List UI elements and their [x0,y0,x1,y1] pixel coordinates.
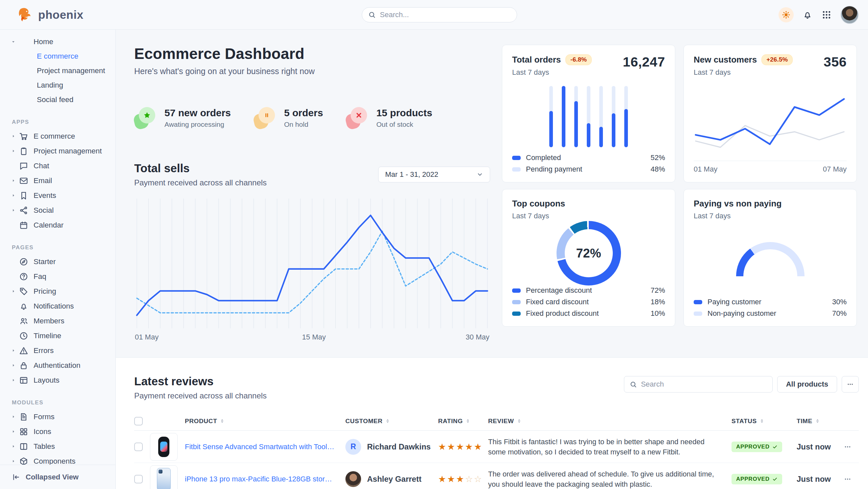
top-coupons-donut-chart: 72% [557,221,621,286]
sidebar-item-authentication[interactable]: Authentication [0,358,116,373]
search-icon [368,11,376,19]
x-tick-label: 07 May [823,165,847,174]
chevron-right-icon [11,459,19,463]
chevron-right-icon [11,193,19,198]
sidebar-subitem-landing[interactable]: Landing [0,78,116,92]
column-header-product[interactable]: PRODUCT [185,418,345,425]
sidebar-item-starter[interactable]: Starter [0,254,116,269]
chevron-right-icon [11,444,19,449]
sidebar-item-calendar[interactable]: Calendar [0,218,116,232]
column-header-time[interactable]: TIME [797,418,842,425]
total-sells-chart: 01 May 15 May 30 May [134,199,490,343]
stats-row: 57 new orders Awating processing 5 order… [134,107,490,129]
stat-title: 15 products [376,107,432,119]
legend-value: 72% [651,286,665,295]
product-link[interactable]: Fitbit Sense Advanced Smartwatch with To… [185,442,345,451]
row-more-button[interactable] [842,473,853,485]
sidebar-item-tables[interactable]: Tables [0,439,116,454]
sidebar-item-errors[interactable]: Errors [0,343,116,358]
column-header-rating[interactable]: RATING [438,418,488,425]
date-range-select[interactable]: Mar 1 - 31, 2022 [378,167,490,182]
sidebar-subitem-e-commerce[interactable]: E commerce [0,49,116,63]
dashboard-hero: Ecommerce Dashboard Here's what's going … [116,30,868,343]
sidebar-item-events[interactable]: Events [0,188,116,203]
legend-label: Fixed product discount [526,309,651,318]
review-text: The order was delivered ahead of schedul… [488,464,732,489]
apps-menu-button[interactable] [821,9,832,20]
column-header-status[interactable]: STATUS [732,418,797,425]
order-bar [574,86,578,147]
sidebar-item-notifications[interactable]: Notifications [0,299,116,314]
column-header-customer[interactable]: CUSTOMER [345,418,438,425]
reviews-search[interactable] [624,376,773,393]
notifications-button[interactable] [802,9,813,20]
sidebar-item-pricing[interactable]: Pricing [0,284,116,299]
customer-cell: R Richard Dawkins [345,439,438,455]
sidebar-item-label: Errors [34,346,54,355]
sidebar: Home E commerceProject managementLanding… [0,30,116,489]
rating-stars: ★★★☆☆ [438,474,488,484]
envelope-icon [19,176,28,185]
sidebar-item-timeline[interactable]: Timeline [0,328,116,343]
all-products-button[interactable]: All products [777,376,837,393]
x-tick-label: 01 May [135,333,158,342]
sort-icon [220,419,225,424]
product-link[interactable]: iPhone 13 pro max-Pacific Blue-128GB sto… [185,475,345,483]
column-header-review[interactable]: REVIEW [488,418,732,425]
reviews-search-input[interactable] [641,380,767,389]
select-all-checkbox[interactable] [134,417,143,426]
sidebar-item-components[interactable]: Components [0,454,116,465]
topbar-actions [778,6,859,24]
row-checkbox[interactable] [134,475,143,483]
sidebar-subitem-project-management[interactable]: Project management [0,63,116,78]
sort-icon [815,419,820,424]
legend-row: Pending payment 48% [512,165,665,174]
change-badge: -6.8% [565,54,592,65]
card-title: Total orders [512,55,561,65]
date-range-value: Mar 1 - 31, 2022 [385,170,438,179]
order-bar [587,86,590,147]
sidebar-item-home[interactable]: Home [0,34,116,49]
status-badge: APPROVED [732,441,782,452]
stat-icon [134,107,155,129]
sidebar-item-chat[interactable]: Chat [0,159,116,173]
search-input[interactable] [380,10,511,19]
theme-toggle-button[interactable] [778,7,794,22]
chevron-right-icon [11,149,19,153]
sidebar-item-members[interactable]: Members [0,314,116,328]
product-thumbnail [150,433,178,461]
kpi-cards: Total orders -6.8% Last 7 days 16,247 Co… [502,45,857,343]
legend-row: Fixed product discount 10% [512,309,665,318]
page-subtitle: Here's what's going on at your business … [134,66,490,76]
change-badge: +26.5% [762,54,793,65]
sidebar-item-label: Events [34,191,56,200]
sidebar-item-social[interactable]: Social [0,203,116,218]
legend-label: Paying customer [708,298,832,306]
sidebar-item-project-management[interactable]: Project management [0,144,116,159]
reviews-more-button[interactable] [842,376,859,393]
sidebar-item-e-commerce[interactable]: E commerce [0,129,116,144]
brand-logo[interactable]: phoenix [17,7,84,23]
ellipsis-icon [844,475,851,483]
sidebar-item-email[interactable]: Email [0,173,116,188]
product-thumbnail [150,465,178,489]
sidebar-subitem-social-feed[interactable]: Social feed [0,92,116,107]
global-search[interactable] [362,7,517,22]
legend-label: Completed [526,153,651,162]
sidebar-item-label: Chat [34,162,49,170]
row-checkbox[interactable] [134,442,143,451]
collapse-view-label: Collapsed View [26,473,79,482]
order-bar [599,86,603,147]
sidebar-item-icons[interactable]: Icons [0,424,116,439]
order-bar [549,86,553,147]
sidebar-item-layouts[interactable]: Layouts [0,373,116,387]
sidebar-item-faq[interactable]: Faq [0,269,116,284]
new-customers-chart-svg [694,88,846,156]
collapse-view-button[interactable]: Collapsed View [0,465,116,489]
user-avatar[interactable] [840,6,859,24]
sidebar-item-forms[interactable]: Forms [0,409,116,424]
legend-swatch [512,167,521,172]
row-more-button[interactable] [842,441,853,453]
sidebar-item-label: Notifications [34,302,74,311]
sidebar-item-label: Home [34,37,53,46]
